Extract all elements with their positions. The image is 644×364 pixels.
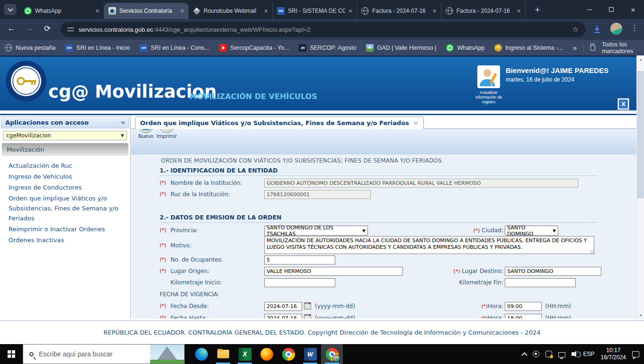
taskbar-app-button[interactable]: W xyxy=(299,344,321,364)
bookmark-item[interactable]: SRI SRI en Línea - Cons... xyxy=(140,44,209,52)
motivo-textarea[interactable]: MOVILIZACIÓN DE AUTORIDADES HACIA LA CIU… xyxy=(264,236,594,254)
bookmark-item[interactable]: m SERCOP: Agosto xyxy=(299,44,356,52)
tab-close-icon[interactable]: × xyxy=(433,7,437,15)
print-button-label: Imprimir xyxy=(156,134,178,139)
start-button[interactable] xyxy=(0,344,23,364)
app-subtitle: MOVILIZACIÓN DE VEHÍCULOS xyxy=(189,92,317,101)
browser-tab[interactable]: Factura - 2024-07-16 × xyxy=(357,3,441,19)
hora-desde-input[interactable] xyxy=(505,302,542,311)
maximize-button[interactable] xyxy=(600,0,622,19)
notification-center-icon[interactable] xyxy=(632,351,639,357)
forward-button[interactable]: → xyxy=(24,24,35,33)
taskbar-app-button[interactable] xyxy=(277,344,299,364)
scroll-up-icon[interactable]: ▲ xyxy=(637,55,644,64)
ocupantes-input[interactable] xyxy=(264,255,335,264)
tab-close-icon[interactable]: × xyxy=(96,7,99,15)
bookmark-item[interactable]: SRI SRI en Línea - Inicio xyxy=(65,44,130,52)
resize-grip[interactable] xyxy=(590,250,594,254)
calendar-icon[interactable] xyxy=(304,302,311,309)
bookmark-item[interactable]: GAD | Valle Hermoso | xyxy=(366,44,436,52)
taskbar-app-icon xyxy=(260,348,273,361)
ciudad-select[interactable]: SANTO DOMINGO ▼ xyxy=(505,226,558,236)
sync-status-icon[interactable] xyxy=(546,351,552,357)
url-host: servicios.contraloria.gob.ec xyxy=(79,26,153,33)
calendar-icon[interactable] xyxy=(304,314,311,318)
new-tab-button[interactable]: + xyxy=(531,4,544,16)
browser-tab[interactable]: Factura - 2024-07-16 × xyxy=(441,3,526,19)
favicon-glyph: SRI xyxy=(141,46,146,49)
close-session-button[interactable]: X xyxy=(618,99,629,109)
application-select[interactable]: cgeMovilizacion ▼ xyxy=(3,131,127,140)
update-registration-button[interactable] xyxy=(477,65,500,88)
content-tab-close-icon[interactable]: × xyxy=(413,119,419,127)
sidebar-menu-item[interactable]: Ingreso de Conductores xyxy=(9,182,126,192)
km-inicio-input[interactable] xyxy=(264,278,335,287)
network-icon[interactable] xyxy=(558,352,565,357)
app-header-banner: cg@ Movilizacion MOVILIZACIÓN DE VEHÍCUL… xyxy=(0,57,636,110)
address-bar[interactable]: servicios.contraloria.gob.ec:4443/cge_ar… xyxy=(61,22,585,37)
browser-profile-avatar[interactable] xyxy=(610,22,623,35)
site-settings-icon[interactable] xyxy=(67,27,74,32)
taskbar-app-button[interactable]: X xyxy=(234,344,256,364)
download-icon[interactable] xyxy=(592,25,602,34)
taskbar-app-button[interactable] xyxy=(321,344,343,364)
scrollbar-thumb[interactable] xyxy=(637,71,644,198)
hora-hasta-input[interactable] xyxy=(505,314,542,318)
browser-menu-button[interactable]: ⋮ xyxy=(631,23,638,32)
page-scrollbar[interactable]: ▲ ▼ xyxy=(636,55,644,319)
url-text[interactable]: servicios.contraloria.gob.ec:4443/cge_ar… xyxy=(79,26,311,33)
close-window-button[interactable]: × xyxy=(622,0,644,19)
scroll-down-icon[interactable]: ▼ xyxy=(637,311,644,319)
meet-now-icon[interactable] xyxy=(533,351,539,357)
volume-icon[interactable] xyxy=(572,352,574,356)
sidebar-menu-item[interactable]: Reimprimir o Inactivar Ordenes xyxy=(9,224,126,234)
bookmark-star-icon[interactable]: ☆ xyxy=(572,25,579,34)
bookmark-label: Ingreso al Sistema -... xyxy=(505,45,563,51)
lugar-destino-input[interactable] xyxy=(505,267,601,276)
ocupantes-label: No. de Ocupantes: xyxy=(170,256,223,263)
back-button[interactable]: ← xyxy=(6,24,17,33)
taskbar-app-button[interactable] xyxy=(212,344,234,364)
bookmarks-overflow-icon[interactable]: » xyxy=(573,44,577,52)
browser-tab[interactable]: WhatsApp × xyxy=(20,3,104,19)
tab-close-icon[interactable]: × xyxy=(180,7,184,15)
content-tab[interactable]: Orden que implique Viáticos y/o Subsiste… xyxy=(135,117,424,129)
lugar-origen-input[interactable] xyxy=(264,267,403,276)
sidebar-menu-item[interactable]: Orden que implique Viáticos y/o Subsiste… xyxy=(9,193,126,223)
language-indicator[interactable]: ESP xyxy=(583,351,595,357)
km-fin-input[interactable] xyxy=(505,278,576,287)
taskbar-search[interactable]: Escribe aquí para buscar xyxy=(23,344,185,364)
reload-button[interactable]: ⟳ xyxy=(42,24,53,34)
clock[interactable]: 10:1716/7/2024 xyxy=(601,347,626,361)
bookmark-item[interactable]: Nueva pestaña xyxy=(5,44,55,52)
fecha-desde-input[interactable] xyxy=(264,302,302,311)
hora-hasta-label-text: Hora: xyxy=(488,315,503,318)
sidebar-menu-item[interactable]: Ingreso de Vehículos xyxy=(9,172,126,182)
taskbar-app-button[interactable] xyxy=(190,344,212,364)
hidden-icons-chevron-icon[interactable] xyxy=(521,352,528,358)
browser-tab[interactable]: Servicios Contraloría × xyxy=(104,3,188,19)
sidebar-menu-item[interactable]: Ordenes Inactivas xyxy=(9,235,126,245)
sidebar-menu-item[interactable]: Actualización de Ruc xyxy=(9,161,126,171)
tab-favicon-icon: SRI xyxy=(277,7,285,15)
fecha-hasta-input[interactable] xyxy=(264,314,302,318)
bookmark-favicon-icon: SRI xyxy=(65,44,73,52)
tab-close-icon[interactable]: × xyxy=(264,7,268,15)
main-content: Orden que implique Viáticos y/o Subsiste… xyxy=(131,115,636,318)
tab-list-button[interactable] xyxy=(4,4,17,15)
bookmark-item[interactable]: SercopCapacita - Yo... xyxy=(219,44,289,52)
browser-tab[interactable]: SRI SRI - SISTEMA DE CO × xyxy=(273,3,357,19)
minimize-button[interactable] xyxy=(579,0,600,19)
provincia-select[interactable]: SANTO DOMINGO DE LOS TSACHILAS ▼ xyxy=(264,226,368,236)
bookmark-item[interactable]: Ingreso al Sistema -... xyxy=(494,44,563,52)
collapse-sidebar-icon[interactable]: « xyxy=(121,118,125,126)
bookmark-favicon-icon xyxy=(446,44,454,52)
new-button-label: Nuevo xyxy=(135,134,157,139)
taskbar-app-button[interactable] xyxy=(256,344,277,364)
search-highlight-image[interactable] xyxy=(150,345,184,364)
bookmark-item[interactable]: WhatsApp xyxy=(446,44,484,52)
tab-close-icon[interactable]: × xyxy=(349,7,352,15)
browser-tab[interactable]: Roundcube Webmail × xyxy=(188,3,273,19)
all-bookmarks-button[interactable]: Todos los marcadores xyxy=(602,41,639,55)
tab-close-icon[interactable]: × xyxy=(517,7,521,15)
